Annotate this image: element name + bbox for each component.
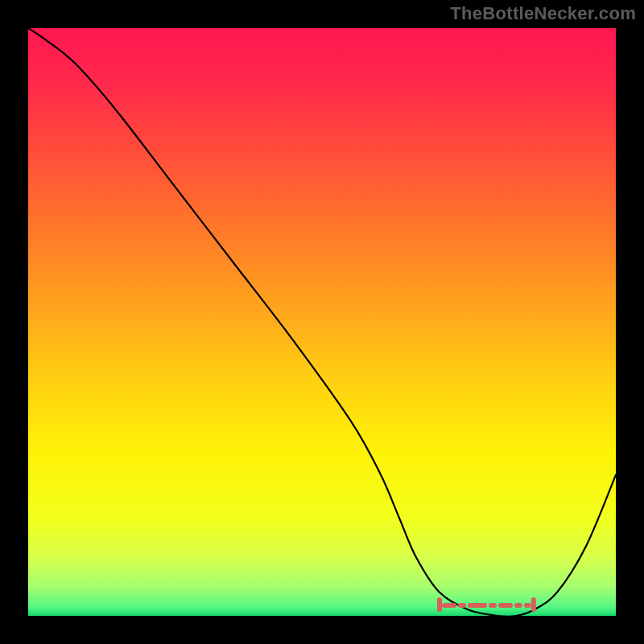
chart-frame: TheBottleNecker.com [0, 0, 644, 644]
watermark-text: TheBottleNecker.com [450, 3, 636, 24]
plot-area [28, 28, 616, 616]
optimal-range-marker [28, 28, 616, 616]
